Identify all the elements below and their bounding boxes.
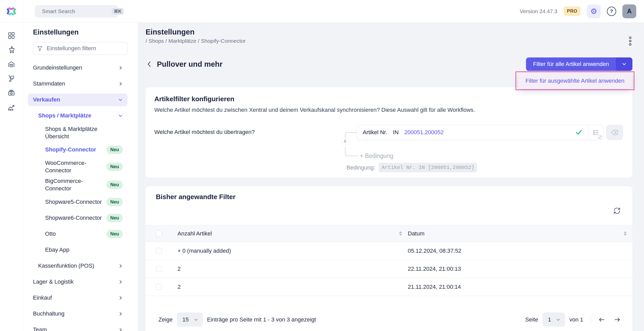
page-section-title: Einstellungen: [146, 28, 246, 36]
dashboard-icon[interactable]: [7, 31, 15, 39]
apply-filter-selected-menu-item[interactable]: Filter für ausgewählte Artikel anwenden: [518, 73, 632, 89]
chevron-right-icon: [118, 311, 123, 316]
previous-page-button[interactable]: [598, 316, 606, 324]
sort-icon[interactable]: [624, 231, 627, 236]
condition-field[interactable]: Artikel Nr.: [363, 129, 387, 136]
breadcrumb: / Shops / Marktplätze / Shopify-Connecto…: [146, 38, 246, 44]
entries-info: Einträge pro Seite mit 1 - 3 von 3 angez…: [207, 316, 316, 323]
search-shortcut-badge: ⌘K: [112, 8, 124, 15]
sidebar-item-shops-uebersicht[interactable]: Shops & Marktplätze Übersicht: [28, 125, 128, 140]
page-size-select[interactable]: 15: [177, 312, 202, 327]
sidebar-item-buchhaltung[interactable]: Buchhaltung: [28, 308, 128, 320]
select-all-checkbox[interactable]: [156, 231, 162, 236]
filter-question-label: Welche Artikel möchtest du übertragen?: [154, 129, 255, 135]
divider: [591, 314, 591, 325]
cell-datum: 21.11.2024, 21:00:14: [408, 278, 632, 296]
sidebar-item-stammdaten[interactable]: Stammdaten: [28, 78, 128, 90]
apply-filter-split-button[interactable]: Filter für alle Artikel anwenden: [526, 57, 632, 71]
funnel-icon: [37, 45, 43, 52]
kebab-dot: [629, 40, 631, 42]
new-badge: Neu: [106, 146, 123, 154]
back-button[interactable]: [146, 60, 153, 68]
sidebar-item-verkaufen[interactable]: Verkaufen: [28, 94, 128, 106]
sidebar-item-shopify-connector[interactable]: Shopify-Connector Neu: [28, 143, 128, 156]
table-row[interactable]: 2 22.11.2024, 21:00:13: [146, 260, 632, 278]
page-select[interactable]: 1: [543, 312, 565, 327]
apply-filter-all-button[interactable]: Filter für alle Artikel anwenden: [526, 57, 616, 71]
settings-filter-input[interactable]: [47, 45, 124, 52]
settings-filter-field[interactable]: [33, 42, 128, 55]
sidebar-item-shopware5-connector[interactable]: Shopware5-Connector Neu: [28, 196, 128, 208]
page-size-label: Zeige: [158, 316, 173, 323]
settings-button[interactable]: ⚙: [587, 4, 601, 18]
condition-value[interactable]: 200051,200052: [404, 129, 444, 136]
sidebar-item-shops-marktplaetze[interactable]: Shops / Marktplätze: [28, 109, 128, 122]
cell-anzahl: 2: [177, 278, 408, 296]
sidebar-item-ebay-app[interactable]: Ebay App: [28, 244, 128, 256]
apply-filter-dropdown-toggle[interactable]: [616, 57, 632, 71]
sidebar-item-kassenfunktion[interactable]: Kassenfunktion (POS): [28, 260, 128, 272]
applied-filters-card: Bisher angewandte Filter Anzahl Artikel: [146, 186, 632, 331]
sidebar-item-otto[interactable]: Otto Neu: [28, 228, 128, 240]
new-badge: Neu: [106, 163, 123, 171]
page-total-label: von 1: [569, 316, 583, 323]
condition-summary-label: Bedingung:: [346, 164, 375, 171]
handtruck-icon[interactable]: [7, 75, 15, 82]
chevron-down-icon: [118, 97, 123, 102]
table-row[interactable]: + 0 (manually added) 05.12.2024, 08:37:5…: [146, 242, 632, 260]
row-checkbox[interactable]: [156, 266, 162, 272]
condition-summary-value: Artikel Nr. IN [200051,200052]: [379, 163, 477, 172]
smart-search[interactable]: ⌘K: [35, 5, 118, 18]
xentral-logo[interactable]: [0, 0, 23, 22]
annotation-highlight-box: Filter für ausgewählte Artikel anwenden: [515, 71, 634, 90]
add-condition-button[interactable]: + Bedingung: [360, 152, 393, 159]
table-row[interactable]: 2 21.11.2024, 21:00:14: [146, 278, 632, 296]
kebab-dot: [629, 43, 631, 46]
sidebar-item-shopware6-connector[interactable]: Shopware6-Connector Neu: [28, 212, 128, 224]
backspace-icon: [611, 129, 619, 136]
sidebar-item-team[interactable]: Team: [28, 324, 128, 331]
row-checkbox[interactable]: [156, 248, 162, 254]
next-page-button[interactable]: [613, 316, 621, 324]
refresh-button[interactable]: [613, 207, 621, 215]
new-badge: Neu: [106, 214, 123, 222]
kebab-menu-button[interactable]: [628, 36, 632, 47]
clear-condition-button[interactable]: [606, 125, 623, 140]
table-header-row: Anzahl Artikel Datum: [146, 225, 632, 242]
gear-icon: ⚙: [590, 7, 597, 15]
settings-sidebar: Einstellungen Grundeinstellungen Stammda…: [23, 23, 138, 331]
chevron-left-icon: [146, 60, 153, 68]
row-checkbox[interactable]: [156, 284, 162, 290]
question-icon: ?: [610, 9, 613, 14]
analytics-icon[interactable]: [7, 104, 15, 111]
new-badge: Neu: [106, 181, 123, 189]
sort-icon[interactable]: [399, 231, 402, 236]
column-header-datum[interactable]: Datum: [408, 225, 632, 242]
filter-card-description: Welche Artikel möchtest du zwischen Xent…: [154, 107, 623, 113]
help-button[interactable]: ?: [607, 7, 616, 16]
arrow-left-icon: [598, 316, 606, 324]
column-header-anzahl[interactable]: Anzahl Artikel: [177, 225, 408, 242]
sidebar-item-bigcommerce-connector[interactable]: BigCommerce-Connector Neu: [28, 177, 128, 192]
avatar[interactable]: A: [622, 4, 636, 18]
sidebar-item-woocommerce-connector[interactable]: WooCommerce-Connector Neu: [28, 159, 128, 174]
condition-operator[interactable]: IN: [393, 129, 399, 136]
plan-badge: PRO: [564, 6, 581, 16]
and-operator-node[interactable]: &: [341, 137, 349, 145]
warehouse-icon[interactable]: [7, 60, 15, 68]
new-badge: Neu: [106, 230, 123, 238]
cell-anzahl: 2: [177, 260, 408, 278]
value-list-button[interactable]: [588, 125, 603, 140]
chevron-down-icon: [118, 113, 123, 118]
version-label: Version 24.47.3: [520, 8, 557, 14]
search-input[interactable]: [42, 8, 112, 14]
sidebar-item-lager-logistik[interactable]: Lager & Logistik: [28, 276, 128, 288]
sidebar-item-grundeinstellungen[interactable]: Grundeinstellungen: [28, 62, 128, 74]
finance-cash-icon[interactable]: [7, 89, 15, 97]
sales-cart-icon[interactable]: [7, 46, 15, 54]
chevron-right-icon: [118, 65, 123, 70]
filter-condition-box[interactable]: Artikel Nr. IN 200051,200052: [357, 125, 604, 140]
valid-check-icon: [575, 129, 582, 136]
new-badge: Neu: [106, 198, 123, 206]
sidebar-item-einkauf[interactable]: Einkauf: [28, 292, 128, 304]
